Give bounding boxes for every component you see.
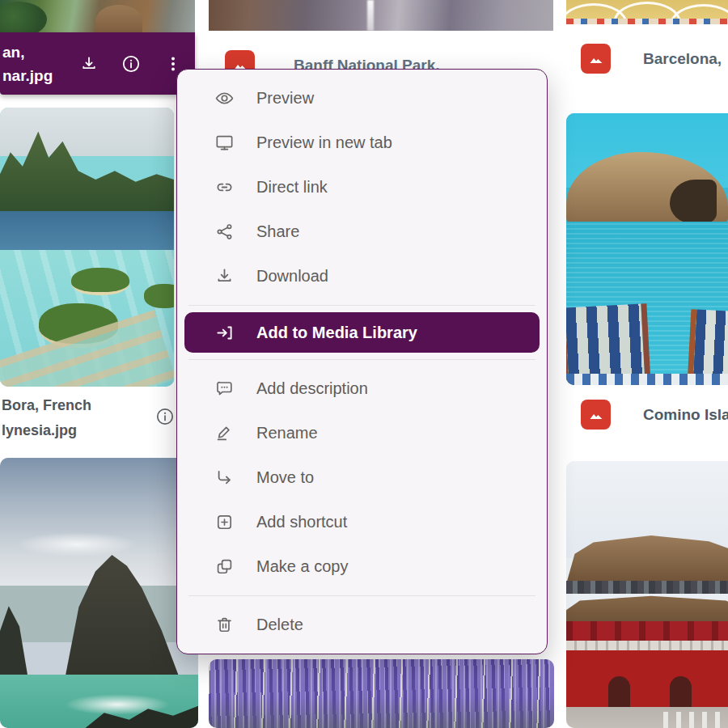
- fc-fence: [663, 712, 728, 728]
- info-icon[interactable]: [155, 407, 175, 426]
- banff-waterfall: [367, 0, 374, 31]
- add-shortcut-icon: [214, 512, 235, 532]
- selected-filename-line2: nar.jpg: [2, 64, 53, 87]
- photo-bagan-thumbnail[interactable]: [0, 0, 195, 32]
- menu-item-preview-new-tab[interactable]: Preview in new tab: [177, 121, 547, 165]
- menu-item-share[interactable]: Share: [177, 210, 547, 254]
- fc-arch-right: [670, 676, 692, 707]
- chair-crossbar: [566, 374, 728, 385]
- photo-lupines[interactable]: [209, 659, 554, 728]
- menu-item-label: Share: [256, 222, 299, 241]
- menu-item-label: Direct link: [256, 178, 328, 197]
- download-icon[interactable]: [78, 53, 99, 74]
- menu-item-rename[interactable]: Rename: [177, 411, 547, 455]
- bagan-tower-shape: [95, 5, 142, 32]
- bora-label-line1: Bora, French: [2, 393, 91, 418]
- bagan-tree-shape: [0, 2, 47, 32]
- fc-red-wall: [566, 650, 728, 707]
- comino-island-shadow: [670, 180, 717, 223]
- menu-item-label: Add description: [256, 379, 368, 398]
- menu-item-direct-link[interactable]: Direct link: [177, 165, 547, 210]
- photo-forbidden-city[interactable]: [566, 461, 728, 728]
- photo-noronha[interactable]: [0, 458, 198, 728]
- info-icon[interactable]: [121, 53, 142, 74]
- menu-item-label: Preview: [256, 89, 314, 108]
- selected-tile-footer[interactable]: an, nar.jpg: [0, 32, 195, 95]
- menu-item-label: Delete: [256, 616, 303, 634]
- download-icon: [214, 266, 235, 286]
- menu-item-label: Make a copy: [256, 557, 348, 576]
- beach-crowd-strip: [566, 19, 728, 24]
- menu-item-add-shortcut[interactable]: Add shortcut: [177, 500, 547, 544]
- link-icon: [214, 177, 235, 197]
- image-file-icon: [581, 400, 611, 430]
- eye-icon: [214, 88, 235, 108]
- menu-item-label: Add shortcut: [256, 513, 347, 531]
- noronha-cloud: [16, 532, 138, 557]
- menu-item-label: Preview in new tab: [256, 133, 392, 152]
- tile-footer-barcelona[interactable]: Barcelona,: [566, 24, 728, 93]
- photo-bora-bora[interactable]: [0, 108, 174, 387]
- menu-divider: [188, 595, 535, 596]
- menu-divider: [188, 359, 535, 360]
- trash-icon: [214, 615, 235, 635]
- bora-islet-1: [71, 268, 129, 295]
- add-to-library-icon: [214, 323, 235, 343]
- menu-item-add-to-media-library[interactable]: Add to Media Library: [184, 312, 540, 353]
- comment-icon: [214, 379, 235, 399]
- photo-comino[interactable]: [566, 113, 728, 385]
- selected-tile-actions: [78, 32, 184, 95]
- tile-footer-bora[interactable]: Bora, French lynesia.jpg: [0, 391, 180, 445]
- photo-gallery-page: an, nar.jpg: [0, 0, 728, 728]
- menu-item-label: Move to: [256, 468, 314, 487]
- photo-barcelona-thumbnail[interactable]: [566, 0, 728, 24]
- menu-item-label: Add to Media Library: [256, 324, 417, 342]
- selected-filename-line1: an,: [2, 40, 53, 64]
- bora-islet-3: [144, 284, 174, 308]
- menu-item-delete[interactable]: Delete: [177, 603, 547, 647]
- bora-deep-water: [0, 211, 174, 250]
- menu-item-label: Rename: [256, 424, 318, 442]
- comino-label: Comino Islan: [643, 406, 728, 424]
- context-menu: Preview Preview in new tab Direct link S…: [176, 69, 548, 654]
- fc-dougong-band: [566, 581, 728, 594]
- move-to-icon: [214, 468, 235, 488]
- menu-item-add-description[interactable]: Add description: [177, 366, 547, 411]
- menu-item-make-a-copy[interactable]: Make a copy: [177, 544, 547, 589]
- menu-divider: [188, 305, 535, 306]
- tile-footer-comino[interactable]: Comino Islan: [566, 387, 728, 443]
- pencil-icon: [214, 423, 235, 443]
- fc-roof-lower: [566, 590, 728, 624]
- fc-arch-left: [608, 676, 630, 707]
- menu-item-download[interactable]: Download: [177, 254, 547, 298]
- menu-item-label: Download: [256, 267, 328, 286]
- barcelona-label: Barcelona,: [643, 50, 722, 68]
- photo-banff-thumbnail[interactable]: [209, 0, 553, 31]
- bora-label-line2: lynesia.jpg: [2, 418, 91, 443]
- copy-icon: [214, 557, 235, 577]
- bora-sky: [0, 108, 174, 156]
- image-file-icon: [581, 44, 611, 74]
- share-icon: [214, 222, 235, 242]
- monitor-icon: [214, 133, 235, 153]
- menu-item-preview[interactable]: Preview: [177, 76, 547, 121]
- menu-item-move-to[interactable]: Move to: [177, 455, 547, 500]
- selected-filename: an, nar.jpg: [0, 40, 53, 87]
- deck-chair-left: [566, 303, 650, 385]
